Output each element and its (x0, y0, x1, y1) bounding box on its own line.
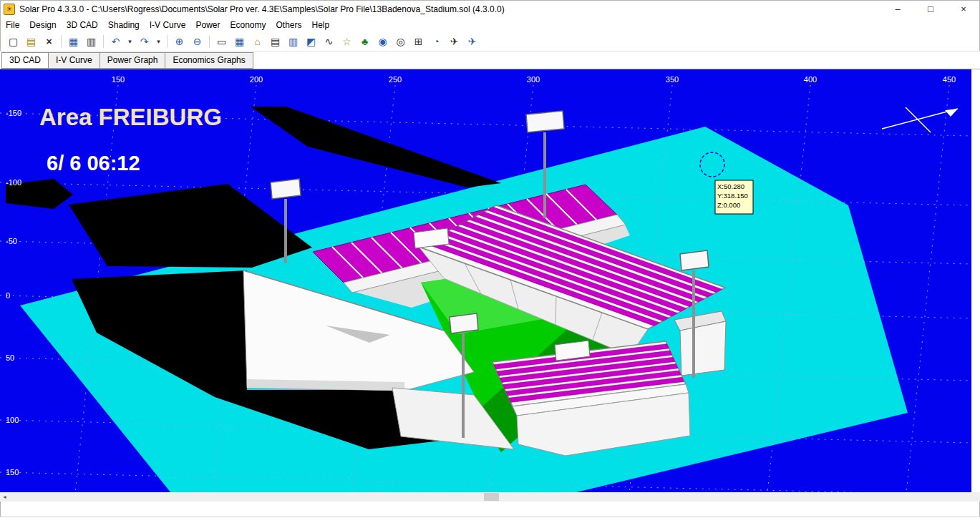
area-label: Area FREIBURG (39, 104, 222, 130)
coordinate-tooltip: X:50.280 Y:318.150 Z:0.000 (715, 180, 753, 214)
menu-economy[interactable]: Economy (230, 19, 272, 31)
menu-bar: File Design 3D CAD Shading I-V Curve Pow… (0, 19, 980, 32)
status-divider (0, 517, 980, 517)
top-tick: 150 (112, 75, 125, 84)
menu-3d-cad[interactable]: 3D CAD (67, 19, 105, 31)
redo-icon[interactable]: ↷ (136, 34, 152, 49)
maximize-button[interactable]: □ (914, 0, 947, 19)
tree-icon[interactable]: ♣ (356, 34, 373, 49)
tooltip-z: Z:0.000 (717, 201, 740, 209)
app-icon: ☀ (4, 4, 15, 15)
clock-icon[interactable]: ◔ (428, 34, 445, 49)
left-tick: -50 (6, 237, 17, 245)
menu-iv-curve[interactable]: I-V Curve (150, 19, 193, 31)
print-icon[interactable]: ▥ (83, 34, 100, 49)
left-tick: -100 (6, 178, 21, 187)
shading-map-icon[interactable]: ◩ (303, 34, 319, 49)
3d-viewport[interactable]: 150 200 250 300 350 400 450 -150 -100 -5… (0, 69, 971, 493)
new-file-icon[interactable]: ▢ (5, 34, 21, 49)
menu-power[interactable]: Power (195, 19, 226, 31)
globe-icon[interactable]: ◉ (374, 34, 391, 49)
left-tick: 100 (6, 416, 19, 424)
toolbar-separator (103, 35, 104, 48)
menu-shading[interactable]: Shading (108, 19, 146, 31)
zoom-window-icon[interactable]: ▭ (213, 34, 230, 49)
module-layout-icon[interactable]: ▦ (231, 34, 248, 49)
toolbar-separator (167, 35, 168, 48)
building-icon[interactable]: ⌂ (249, 34, 266, 49)
window-title: Solar Pro 4.3.3.0 - C:\Users\Rogress\Doc… (19, 4, 881, 14)
star-icon[interactable]: ☆ (339, 34, 355, 49)
top-tick: 400 (804, 75, 817, 84)
tooltip-x: X:50.280 (717, 182, 744, 190)
left-tick: 0 (6, 291, 10, 300)
window-controls: – □ × (881, 0, 980, 19)
zoom-in-icon[interactable]: ⊕ (171, 34, 188, 49)
scroll-left-icon[interactable]: ◄ (0, 492, 9, 502)
horizontal-scrollbar[interactable]: ◄ (0, 492, 980, 502)
report-icon[interactable]: ▤ (267, 34, 283, 49)
undo-dropdown-icon[interactable]: ▾ (125, 34, 135, 49)
top-tick: 300 (527, 75, 540, 84)
flight-west-icon[interactable]: ✈ (464, 34, 480, 49)
save-icon[interactable]: ▦ (65, 34, 82, 49)
tab-3d-cad[interactable]: 3D CAD (1, 52, 49, 69)
close-button[interactable]: × (947, 0, 980, 19)
tooltip-y: Y:318.150 (717, 192, 748, 200)
chart-icon[interactable]: ▥ (285, 34, 301, 49)
toolbar-separator (61, 35, 62, 48)
iv-curve-icon[interactable]: ∿ (321, 34, 337, 49)
close-file-icon[interactable]: × (41, 34, 57, 49)
calendar-icon[interactable]: ⊞ (410, 34, 427, 49)
tab-iv-curve[interactable]: I-V Curve (49, 52, 100, 69)
south-pv-roof (493, 341, 690, 456)
minimize-button[interactable]: – (881, 0, 914, 19)
flight-east-icon[interactable]: ✈ (446, 34, 462, 49)
menu-design[interactable]: Design (29, 19, 62, 31)
menu-help[interactable]: Help (312, 19, 336, 31)
open-file-icon[interactable]: ▤ (23, 34, 39, 49)
undo-icon[interactable]: ↶ (107, 34, 124, 49)
title-bar: ☀ Solar Pro 4.3.3.0 - C:\Users\Rogress\D… (0, 0, 980, 19)
tab-economics-graphs[interactable]: Economics Graphs (165, 52, 253, 69)
right-gutter (971, 69, 980, 493)
status-area (0, 517, 980, 523)
scrollbar-thumb[interactable] (484, 493, 499, 501)
toolbar: ▢ ▤ × ▦ ▥ ↶ ▾ ↷ ▾ ⊕ ⊖ ▭ ▦ ⌂ ▤ ▥ ◩ ∿ ☆ ♣ … (0, 32, 980, 52)
menu-others[interactable]: Others (276, 19, 309, 31)
top-tick: 350 (666, 75, 679, 84)
top-tick: 250 (389, 75, 402, 84)
redo-dropdown-icon[interactable]: ▾ (154, 34, 163, 49)
view-tabs: 3D CAD I-V Curve Power Graph Economics G… (0, 52, 980, 69)
compass-icon[interactable]: ◎ (392, 34, 409, 49)
tab-power-graph[interactable]: Power Graph (100, 52, 166, 69)
top-tick: 450 (943, 75, 956, 84)
zoom-out-icon[interactable]: ⊖ (189, 34, 205, 49)
top-tick: 200 (250, 75, 263, 84)
menu-file[interactable]: File (6, 19, 26, 31)
toolbar-separator (209, 35, 210, 48)
pavilion-front (680, 321, 726, 376)
left-tick: 50 (6, 353, 14, 362)
left-tick: -150 (6, 109, 21, 117)
canvas-area: 150 200 250 300 350 400 450 -150 -100 -5… (0, 69, 980, 492)
datetime-label: 6/ 6 06:12 (47, 152, 140, 175)
left-tick: 150 (6, 468, 19, 476)
